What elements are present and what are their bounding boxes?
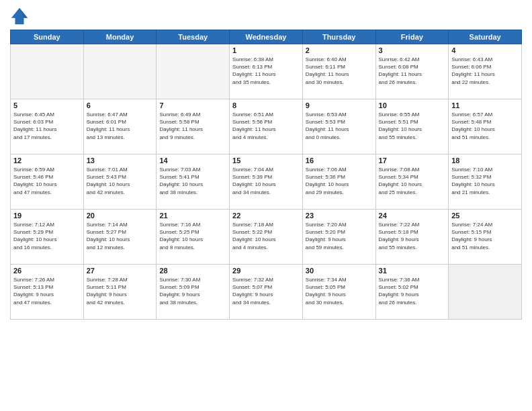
week-row-3: 12Sunrise: 6:59 AM Sunset: 5:46 PM Dayli…: [11, 154, 522, 210]
day-info: Sunrise: 6:47 AM Sunset: 6:01 PM Dayligh…: [87, 111, 154, 141]
day-number: 10: [379, 101, 446, 109]
day-number: 2: [306, 46, 373, 54]
calendar-cell: 14Sunrise: 7:03 AM Sunset: 5:41 PM Dayli…: [157, 154, 230, 210]
logo-icon: [10, 7, 29, 26]
logo: [10, 7, 32, 26]
day-info: Sunrise: 7:30 AM Sunset: 5:09 PM Dayligh…: [159, 276, 226, 306]
col-header-thursday: Thursday: [302, 30, 375, 44]
day-info: Sunrise: 6:55 AM Sunset: 5:51 PM Dayligh…: [379, 111, 446, 141]
calendar-cell: 10Sunrise: 6:55 AM Sunset: 5:51 PM Dayli…: [375, 99, 449, 154]
calendar-cell: [11, 44, 84, 99]
day-info: Sunrise: 7:36 AM Sunset: 5:02 PM Dayligh…: [379, 276, 446, 306]
calendar-cell: 31Sunrise: 7:36 AM Sunset: 5:02 PM Dayli…: [375, 265, 449, 320]
calendar-cell: 6Sunrise: 6:47 AM Sunset: 6:01 PM Daylig…: [83, 99, 157, 154]
day-number: 15: [232, 156, 300, 165]
day-info: Sunrise: 7:22 AM Sunset: 5:18 PM Dayligh…: [379, 221, 446, 251]
day-number: 18: [451, 156, 519, 165]
col-header-wednesday: Wednesday: [230, 30, 303, 44]
calendar-cell: 2Sunrise: 6:40 AM Sunset: 6:11 PM Daylig…: [302, 44, 375, 99]
day-number: 9: [306, 101, 373, 109]
day-number: 3: [379, 46, 446, 54]
day-number: 21: [159, 212, 226, 220]
day-info: Sunrise: 6:42 AM Sunset: 6:08 PM Dayligh…: [379, 56, 446, 86]
calendar-cell: 27Sunrise: 7:28 AM Sunset: 5:11 PM Dayli…: [83, 265, 157, 320]
day-info: Sunrise: 6:45 AM Sunset: 6:03 PM Dayligh…: [13, 111, 81, 141]
col-header-monday: Monday: [83, 30, 157, 44]
day-info: Sunrise: 7:12 AM Sunset: 5:29 PM Dayligh…: [13, 221, 81, 251]
day-number: 14: [159, 156, 226, 165]
calendar-cell: [83, 44, 157, 99]
week-row-1: 1Sunrise: 6:38 AM Sunset: 6:13 PM Daylig…: [11, 44, 522, 99]
day-info: Sunrise: 7:20 AM Sunset: 5:20 PM Dayligh…: [306, 221, 373, 251]
calendar-cell: 18Sunrise: 7:10 AM Sunset: 5:32 PM Dayli…: [449, 154, 522, 210]
day-number: 29: [232, 267, 300, 275]
day-number: 8: [232, 101, 300, 109]
calendar-cell: [157, 44, 230, 99]
day-number: 30: [306, 267, 373, 275]
day-info: Sunrise: 7:18 AM Sunset: 5:22 PM Dayligh…: [232, 221, 300, 251]
day-info: Sunrise: 6:59 AM Sunset: 5:46 PM Dayligh…: [13, 166, 81, 196]
day-info: Sunrise: 6:57 AM Sunset: 5:48 PM Dayligh…: [451, 111, 519, 141]
calendar-cell: 24Sunrise: 7:22 AM Sunset: 5:18 PM Dayli…: [375, 210, 449, 265]
calendar-cell: 25Sunrise: 7:24 AM Sunset: 5:15 PM Dayli…: [449, 210, 522, 265]
calendar-cell: 9Sunrise: 6:53 AM Sunset: 5:53 PM Daylig…: [302, 99, 375, 154]
day-number: 23: [306, 212, 373, 220]
week-row-4: 19Sunrise: 7:12 AM Sunset: 5:29 PM Dayli…: [11, 210, 522, 265]
day-number: 24: [379, 212, 446, 220]
calendar-cell: 19Sunrise: 7:12 AM Sunset: 5:29 PM Dayli…: [11, 210, 84, 265]
calendar-cell: 11Sunrise: 6:57 AM Sunset: 5:48 PM Dayli…: [449, 99, 522, 154]
day-info: Sunrise: 7:03 AM Sunset: 5:41 PM Dayligh…: [159, 166, 226, 196]
day-number: 17: [379, 156, 446, 165]
calendar-cell: 21Sunrise: 7:16 AM Sunset: 5:25 PM Dayli…: [157, 210, 230, 265]
day-number: 19: [13, 212, 81, 220]
calendar-cell: 30Sunrise: 7:34 AM Sunset: 5:05 PM Dayli…: [302, 265, 375, 320]
header: [10, 7, 522, 26]
day-number: 16: [306, 156, 373, 165]
day-info: Sunrise: 7:06 AM Sunset: 5:36 PM Dayligh…: [306, 166, 373, 196]
calendar-cell: 8Sunrise: 6:51 AM Sunset: 5:56 PM Daylig…: [230, 99, 303, 154]
day-info: Sunrise: 7:08 AM Sunset: 5:34 PM Dayligh…: [379, 166, 446, 196]
calendar-cell: 5Sunrise: 6:45 AM Sunset: 6:03 PM Daylig…: [11, 99, 84, 154]
calendar-cell: 4Sunrise: 6:43 AM Sunset: 6:06 PM Daylig…: [449, 44, 522, 99]
calendar-cell: 1Sunrise: 6:38 AM Sunset: 6:13 PM Daylig…: [230, 44, 303, 99]
calendar-cell: 29Sunrise: 7:32 AM Sunset: 5:07 PM Dayli…: [230, 265, 303, 320]
day-number: 1: [232, 46, 300, 54]
day-number: 22: [232, 212, 300, 220]
calendar-cell: 23Sunrise: 7:20 AM Sunset: 5:20 PM Dayli…: [302, 210, 375, 265]
day-info: Sunrise: 6:51 AM Sunset: 5:56 PM Dayligh…: [232, 111, 300, 141]
header-row: SundayMondayTuesdayWednesdayThursdayFrid…: [11, 30, 522, 44]
day-number: 4: [451, 46, 519, 54]
calendar-cell: 12Sunrise: 6:59 AM Sunset: 5:46 PM Dayli…: [11, 154, 84, 210]
calendar-cell: 7Sunrise: 6:49 AM Sunset: 5:58 PM Daylig…: [157, 99, 230, 154]
day-info: Sunrise: 6:43 AM Sunset: 6:06 PM Dayligh…: [451, 56, 519, 86]
calendar-cell: 26Sunrise: 7:26 AM Sunset: 5:13 PM Dayli…: [11, 265, 84, 320]
day-number: 28: [159, 267, 226, 275]
calendar-table: SundayMondayTuesdayWednesdayThursdayFrid…: [10, 30, 522, 320]
day-number: 31: [379, 267, 446, 275]
day-number: 11: [451, 101, 519, 109]
calendar-cell: 22Sunrise: 7:18 AM Sunset: 5:22 PM Dayli…: [230, 210, 303, 265]
day-number: 25: [451, 212, 519, 220]
day-info: Sunrise: 7:26 AM Sunset: 5:13 PM Dayligh…: [13, 276, 81, 306]
day-number: 13: [87, 156, 154, 165]
day-info: Sunrise: 6:40 AM Sunset: 6:11 PM Dayligh…: [306, 56, 373, 86]
day-info: Sunrise: 6:38 AM Sunset: 6:13 PM Dayligh…: [232, 56, 300, 86]
calendar-cell: 16Sunrise: 7:06 AM Sunset: 5:36 PM Dayli…: [302, 154, 375, 210]
day-number: 6: [87, 101, 154, 109]
day-number: 27: [87, 267, 154, 275]
day-number: 12: [13, 156, 81, 165]
day-number: 7: [159, 101, 226, 109]
calendar-cell: 3Sunrise: 6:42 AM Sunset: 6:08 PM Daylig…: [375, 44, 449, 99]
day-info: Sunrise: 6:53 AM Sunset: 5:53 PM Dayligh…: [306, 111, 373, 141]
calendar-cell: 20Sunrise: 7:14 AM Sunset: 5:27 PM Dayli…: [83, 210, 157, 265]
day-info: Sunrise: 7:04 AM Sunset: 5:39 PM Dayligh…: [232, 166, 300, 196]
calendar-cell: 28Sunrise: 7:30 AM Sunset: 5:09 PM Dayli…: [157, 265, 230, 320]
day-info: Sunrise: 6:49 AM Sunset: 5:58 PM Dayligh…: [159, 111, 226, 141]
day-info: Sunrise: 7:34 AM Sunset: 5:05 PM Dayligh…: [306, 276, 373, 306]
col-header-friday: Friday: [375, 30, 449, 44]
col-header-tuesday: Tuesday: [157, 30, 230, 44]
week-row-5: 26Sunrise: 7:26 AM Sunset: 5:13 PM Dayli…: [11, 265, 522, 320]
day-info: Sunrise: 7:28 AM Sunset: 5:11 PM Dayligh…: [87, 276, 154, 306]
day-number: 20: [87, 212, 154, 220]
day-info: Sunrise: 7:10 AM Sunset: 5:32 PM Dayligh…: [451, 166, 519, 196]
